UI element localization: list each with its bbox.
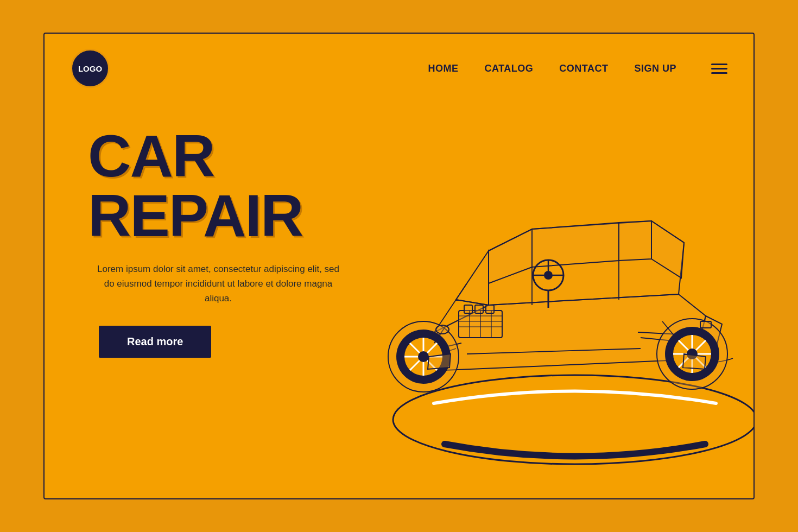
hamburger-line-2 [711,68,727,69]
svg-rect-7 [486,305,494,313]
hamburger-line-3 [711,72,727,74]
svg-rect-6 [475,305,483,313]
hero-title-line2: REPAIR [88,186,349,245]
right-section: .car-body { fill: none; stroke: #1a1a3e;… [349,104,727,498]
svg-rect-5 [464,305,472,313]
header: LOGO HOME CATALOG CONTACT SIGN UP [45,34,753,88]
car-illustration: .car-body { fill: none; stroke: #1a1a3e;… [364,131,744,446]
hamburger-menu[interactable] [711,64,727,74]
navigation: HOME CATALOG CONTACT SIGN UP [428,63,728,74]
main-content: CAR REPAIR Lorem ipsum dolor sit amet, c… [45,88,753,498]
svg-point-26 [418,351,429,362]
nav-catalog[interactable]: CATALOG [485,63,534,74]
nav-signup[interactable]: SIGN UP [634,63,676,74]
read-more-button[interactable]: Read more [99,326,211,358]
page-frame: LOGO HOME CATALOG CONTACT SIGN UP CAR RE… [43,33,755,499]
left-section: CAR REPAIR Lorem ipsum dolor sit amet, c… [88,104,349,358]
nav-contact[interactable]: CONTACT [559,63,608,74]
svg-point-39 [544,271,553,280]
hamburger-line-1 [711,64,727,65]
svg-rect-44 [700,321,711,328]
svg-point-43 [436,325,449,334]
hero-description: Lorem ipsum dolor sit amet, consectetur … [88,262,349,306]
logo-text: LOGO [78,64,102,73]
nav-home[interactable]: HOME [428,63,459,74]
hero-title: CAR REPAIR [88,126,349,245]
logo[interactable]: LOGO [71,49,110,88]
hero-title-line1: CAR [88,126,349,186]
